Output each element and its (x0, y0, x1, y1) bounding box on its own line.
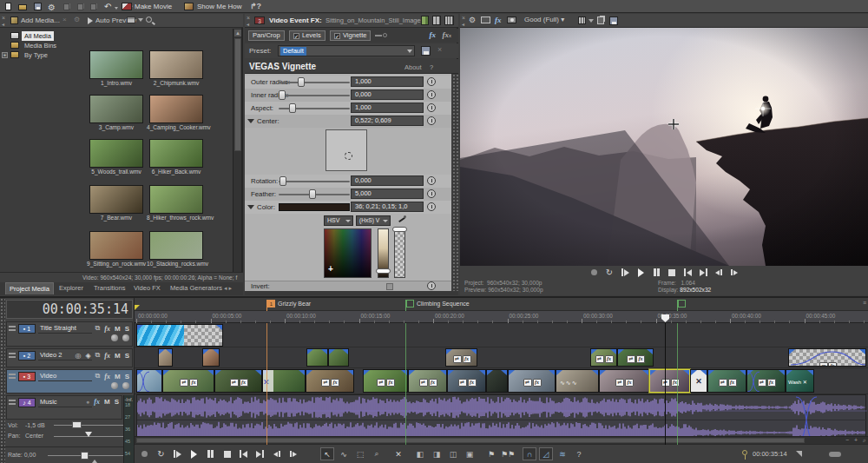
param-value-field[interactable]: 0,000 (351, 175, 424, 186)
vignette-center-pad[interactable] (326, 129, 367, 171)
timeline-clip[interactable]: Wash ✕ (786, 369, 814, 393)
envelope-tool-button[interactable]: ≋ (556, 447, 569, 460)
fade-in-handle[interactable] (159, 349, 165, 354)
color-cursor-icon[interactable]: + (328, 264, 333, 274)
stop-button[interactable] (220, 448, 233, 460)
add-media-button[interactable]: Add Media... (21, 17, 60, 24)
trim-start-button[interactable]: ◧ (413, 447, 427, 460)
media-clip[interactable]: 3_Camp.wmv (89, 95, 145, 135)
marker-bar[interactable]: ≡ 1Grizzly BearClimbing Sequence (135, 298, 868, 311)
trim-adjacent-button[interactable]: ◫ (446, 447, 460, 460)
event-fx-icon[interactable]: fx (636, 355, 645, 363)
fade-out-handle[interactable] (440, 370, 446, 375)
timeline-marker[interactable]: 1 (267, 300, 275, 308)
auto-ripple-button[interactable]: ◿ (539, 447, 553, 460)
preview-settings-icon[interactable]: ⚙ (469, 16, 476, 24)
timeline-zoom-buttons[interactable]: ≡ (863, 300, 866, 306)
media-properties-icon[interactable]: ⚙ (74, 16, 80, 23)
enable-snapping-button[interactable]: ∩ (523, 447, 536, 460)
mute-button[interactable]: M (104, 398, 110, 406)
track-name-field[interactable]: Music (38, 398, 92, 407)
fade-out-handle[interactable] (642, 370, 648, 375)
timeline-clip[interactable] (306, 348, 328, 367)
fade-out-handle[interactable] (207, 370, 214, 375)
timeline-hscrollbar[interactable]: − + ⌕ (135, 436, 868, 444)
center-crosshair-icon[interactable] (345, 152, 352, 160)
timeline-clip[interactable]: ⇄fx (617, 348, 654, 367)
close-icon[interactable]: × (247, 15, 250, 21)
timeline-clip[interactable] (328, 348, 349, 367)
event-fx-icon[interactable]: fx (386, 379, 395, 387)
timeline-clip[interactable] (136, 369, 162, 393)
lock-button[interactable]: ▣ (463, 447, 477, 460)
pan-crop-icon[interactable]: ⇄ (180, 379, 188, 387)
track-fx-icon[interactable]: fx (104, 352, 110, 360)
go-to-start-button[interactable] (681, 267, 694, 278)
param-slider-track[interactable] (279, 95, 350, 96)
alpha-bar-handle[interactable] (392, 227, 407, 232)
snapshot-icon[interactable] (507, 17, 516, 23)
animate-clock-icon[interactable] (427, 103, 436, 112)
fade-out-handle[interactable] (501, 370, 507, 375)
preview-quality-dropdown[interactable]: Good (Full) ▾ (524, 16, 564, 23)
fade-in-handle[interactable] (364, 370, 370, 375)
fade-out-handle[interactable] (299, 370, 305, 375)
media-clip[interactable]: 7_Bear.wmv (89, 185, 145, 225)
layout-a-icon[interactable] (421, 16, 429, 25)
preset-combobox[interactable]: Default (278, 45, 415, 56)
pan-crop-icon[interactable]: ⇄ (627, 355, 635, 363)
views-icon[interactable] (127, 17, 135, 23)
split-button[interactable]: ✕ (391, 447, 405, 460)
save-project-button[interactable] (33, 3, 43, 11)
go-to-end-button[interactable] (253, 448, 266, 460)
mute-button[interactable]: M (115, 325, 121, 333)
fade-in-handle[interactable] (448, 370, 454, 375)
remove-fx-icon[interactable]: fxx (443, 30, 452, 39)
copy-button[interactable] (76, 3, 86, 11)
animate-clock-icon[interactable] (427, 90, 436, 99)
make-movie-button[interactable]: Make Movie (135, 3, 172, 10)
go-to-start-button[interactable] (237, 448, 250, 460)
event-fx-icon[interactable]: fx (533, 379, 542, 387)
go-to-end-button[interactable] (697, 267, 710, 278)
play-from-start-button[interactable] (619, 267, 632, 278)
animate-clock-icon[interactable] (427, 281, 436, 290)
remove-media-icon[interactable]: × (62, 16, 67, 23)
track-content-area[interactable]: ⇄fx⇄fx⇄fx▭fx⇄fx⇄fx✕⇄fx⇄fx⇄fx⇄fx⇄fx∿∿∿⇄fx… (135, 323, 868, 446)
track-header-video-2[interactable]: ▪ 2Video 2◎◈⧉fxMS (6, 348, 133, 367)
search-icon[interactable] (146, 17, 152, 23)
value-bar-handle[interactable] (376, 268, 391, 274)
play-from-start-button[interactable] (171, 448, 184, 460)
fade-in-handle[interactable] (306, 370, 312, 375)
fade-in-handle[interactable] (329, 349, 335, 354)
compositing-mode-icon[interactable]: ⧉ (95, 351, 101, 360)
timeline-clip[interactable]: ✕ (690, 369, 707, 393)
video-frame[interactable] (460, 28, 868, 266)
media-clip[interactable]: 10_Stacking_rocks.wmv (149, 231, 205, 271)
eyedropper-icon[interactable] (398, 215, 406, 223)
media-clip[interactable]: 8_Hiker_throws_rock.wmv (149, 185, 205, 225)
event-fx-icon[interactable]: fx (671, 379, 680, 387)
expander-icon[interactable] (247, 119, 254, 123)
media-clip[interactable]: 4_Camping_Cooker.wmv (149, 95, 205, 135)
timeline-clip[interactable]: ⇄fx (707, 369, 746, 393)
media-scrollbar[interactable]: ▲ ▼ (233, 29, 241, 286)
track-grip-icon[interactable] (9, 400, 16, 401)
media-clip[interactable]: 2_Chipmunk.wmv (149, 50, 205, 90)
event-fx-icon[interactable]: fx (625, 379, 634, 387)
pan-crop-icon[interactable]: ⇄ (321, 379, 330, 387)
fx-chip-levels[interactable]: ✓Levels (289, 30, 326, 41)
fade-in-handle[interactable] (215, 370, 221, 375)
zoom-tool-icon[interactable]: ⌕ (863, 437, 866, 444)
selection-edit-tool-button[interactable]: ⬚ (353, 447, 367, 460)
param-slider-handle[interactable] (289, 103, 296, 113)
chevron-down-icon[interactable] (407, 50, 412, 53)
fade-in-handle[interactable] (600, 370, 606, 375)
fade-out-handle[interactable] (347, 370, 353, 375)
track-header-music[interactable]: ♪ 4Music●fxMS-Inf. (6, 395, 122, 420)
fade-out-handle[interactable] (683, 370, 689, 375)
param-value-field[interactable]: 5,000 (351, 189, 424, 199)
timeline-marker[interactable] (406, 300, 414, 308)
fade-out-handle[interactable] (700, 370, 707, 375)
project-properties-gear-icon[interactable]: ⚙ (48, 3, 57, 11)
